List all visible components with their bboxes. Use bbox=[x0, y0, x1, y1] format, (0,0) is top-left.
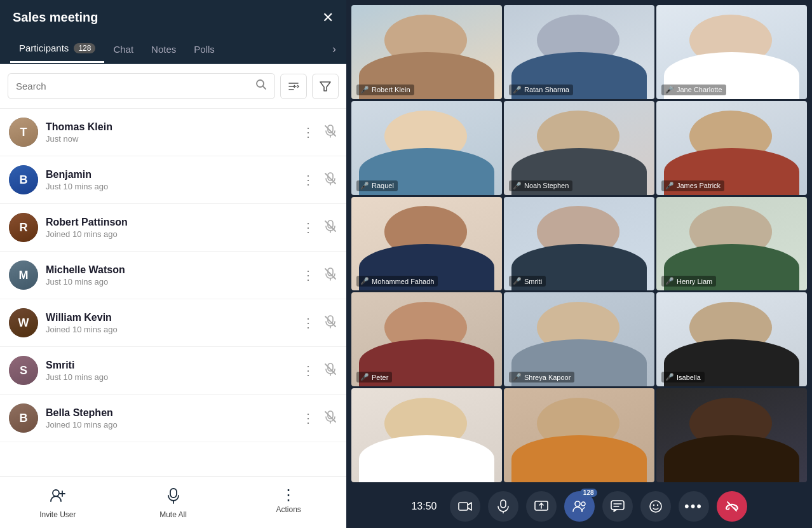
mic-icon: 🎤 bbox=[360, 373, 369, 381]
tab-polls[interactable]: Polls bbox=[185, 36, 224, 62]
participant-actions: ⋮ bbox=[299, 170, 337, 190]
participant-actions: ⋮ bbox=[299, 122, 337, 142]
reactions-button[interactable] bbox=[640, 491, 671, 522]
avatar: R bbox=[9, 213, 38, 242]
mute-all-icon bbox=[165, 487, 182, 508]
participant-time: Joined 10 mins ago bbox=[46, 420, 292, 430]
svg-line-26 bbox=[325, 412, 335, 422]
sort-button[interactable] bbox=[280, 74, 307, 99]
mute-icon bbox=[323, 410, 337, 427]
mic-icon: 🎤 bbox=[665, 86, 674, 94]
video-label: 🎤 Shreya Kapoor bbox=[509, 372, 574, 382]
share-screen-button[interactable] bbox=[526, 491, 557, 522]
tab-notes[interactable]: Notes bbox=[142, 36, 185, 62]
video-cell bbox=[504, 388, 654, 482]
participant-name: Robert Pattinson bbox=[46, 217, 292, 228]
list-item: R Robert Pattinson Joined 10 mins ago ⋮ bbox=[0, 204, 346, 252]
actions-icon: ⋮ bbox=[281, 487, 296, 503]
actions-label: Actions bbox=[276, 505, 301, 514]
participant-more-button[interactable]: ⋮ bbox=[299, 360, 317, 381]
actions-button[interactable]: ⋮ Actions bbox=[231, 484, 346, 523]
left-panel: Sales meeting ✕ Participants 128 Chat No… bbox=[0, 0, 346, 528]
video-participant-name: Smriti bbox=[524, 278, 542, 285]
mute-all-button[interactable]: Mute All bbox=[116, 484, 231, 523]
tab-chat[interactable]: Chat bbox=[104, 36, 142, 62]
video-label: 🎤 Isabella bbox=[661, 372, 705, 382]
video-person bbox=[351, 388, 502, 482]
svg-point-27 bbox=[53, 490, 59, 496]
tab-participants[interactable]: Participants 128 bbox=[10, 35, 104, 63]
mute-icon bbox=[323, 124, 337, 141]
search-input[interactable] bbox=[16, 81, 250, 91]
participant-more-button[interactable]: ⋮ bbox=[299, 408, 317, 428]
svg-line-11 bbox=[325, 173, 335, 184]
video-cell: 🎤 Mohammed Fahadh bbox=[351, 197, 502, 291]
svg-line-14 bbox=[325, 221, 335, 231]
list-item: W William Kevin Joined 10 mins ago ⋮ bbox=[0, 299, 346, 347]
filter-button[interactable] bbox=[312, 74, 339, 99]
participants-list: T Thomas Klein Just now ⋮ bbox=[0, 109, 346, 477]
participant-name: Michelle Watson bbox=[46, 264, 292, 276]
search-row bbox=[0, 64, 346, 109]
avatar: T bbox=[9, 118, 38, 147]
video-participant-name: Henry Liam bbox=[677, 278, 712, 285]
chat-button[interactable] bbox=[602, 491, 633, 522]
video-participant-name: Raquel bbox=[372, 182, 394, 189]
video-cell: 🎤 Robert Klein bbox=[351, 5, 502, 99]
mic-icon: 🎤 bbox=[360, 277, 369, 285]
video-participant-name: Shreya Kapoor bbox=[524, 374, 571, 381]
svg-line-23 bbox=[325, 364, 335, 374]
video-cell: 🎤 Smriti bbox=[504, 197, 654, 291]
tab-polls-label: Polls bbox=[194, 44, 215, 55]
invite-user-icon bbox=[50, 487, 66, 508]
participant-more-button[interactable]: ⋮ bbox=[299, 122, 317, 142]
svg-line-8 bbox=[325, 126, 335, 136]
participant-more-button[interactable]: ⋮ bbox=[299, 265, 317, 285]
end-call-button[interactable] bbox=[717, 491, 747, 522]
video-cell: 🎤 Ratan Sharma bbox=[504, 5, 654, 99]
video-label: 🎤 Noah Stephen bbox=[509, 180, 572, 191]
window-title: Sales meeting bbox=[13, 10, 98, 25]
participant-more-button[interactable]: ⋮ bbox=[299, 217, 317, 238]
video-participant-name: Isabella bbox=[677, 374, 701, 381]
camera-button[interactable] bbox=[450, 491, 480, 522]
avatar: S bbox=[9, 356, 38, 385]
tab-participants-badge: 128 bbox=[74, 43, 95, 53]
participant-actions: ⋮ bbox=[299, 360, 337, 381]
tab-participants-label: Participants bbox=[19, 43, 69, 53]
close-button[interactable]: ✕ bbox=[322, 11, 334, 25]
participant-info: William Kevin Joined 10 mins ago bbox=[46, 312, 292, 334]
tab-notes-label: Notes bbox=[151, 44, 176, 55]
mic-icon: 🎤 bbox=[360, 182, 369, 190]
video-participant-name: Jane Charlotte bbox=[677, 86, 722, 93]
video-participant-name: Peter bbox=[372, 374, 388, 381]
svg-marker-5 bbox=[320, 82, 330, 91]
participants-badge: 128 bbox=[580, 489, 597, 497]
svg-rect-30 bbox=[170, 489, 177, 498]
video-label: 🎤 Ratan Sharma bbox=[509, 85, 573, 95]
video-participant-name: Noah Stephen bbox=[524, 182, 569, 189]
invite-user-button[interactable]: Invite User bbox=[0, 484, 116, 523]
svg-line-20 bbox=[325, 316, 335, 327]
svg-point-42 bbox=[650, 501, 661, 512]
video-label: 🎤 James Patrick bbox=[661, 180, 724, 191]
more-options-button[interactable]: ••• bbox=[679, 491, 709, 522]
mic-icon: 🎤 bbox=[665, 277, 674, 285]
participant-info: Thomas Klein Just now bbox=[46, 121, 292, 144]
participants-button[interactable]: 128 bbox=[564, 491, 595, 522]
participant-info: Robert Pattinson Joined 10 mins ago bbox=[46, 217, 292, 239]
participant-name: Benjamin bbox=[46, 169, 292, 180]
mic-icon: 🎤 bbox=[513, 373, 522, 381]
participant-info: Benjamin Just 10 mins ago bbox=[46, 169, 292, 191]
participant-more-button[interactable]: ⋮ bbox=[299, 313, 317, 333]
microphone-button[interactable] bbox=[488, 491, 518, 522]
svg-rect-32 bbox=[459, 503, 468, 510]
participant-name: Smriti bbox=[46, 360, 292, 371]
participant-more-button[interactable]: ⋮ bbox=[299, 170, 317, 190]
video-cell: 🎤 James Patrick bbox=[656, 101, 807, 195]
list-item: B Benjamin Just 10 mins ago ⋮ bbox=[0, 156, 346, 204]
list-item: S Smriti Just 10 mins ago ⋮ bbox=[0, 347, 346, 395]
svg-rect-39 bbox=[611, 501, 624, 510]
tabs-more-button[interactable]: › bbox=[332, 43, 336, 56]
tab-chat-label: Chat bbox=[113, 44, 133, 55]
